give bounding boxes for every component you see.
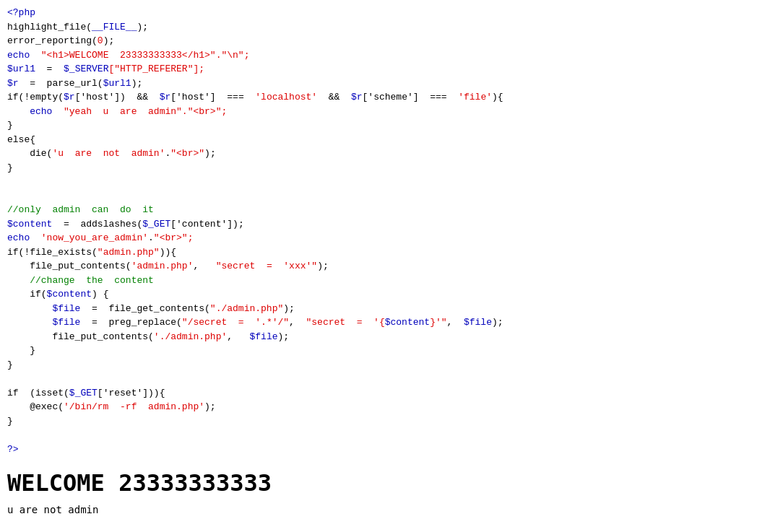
code-line: echo "<h1>WELCOME 23333333333</h1>"."\n"… xyxy=(7,48,758,63)
code-line: if($content) { xyxy=(7,287,758,302)
code-line: //change the content xyxy=(7,274,758,288)
code-line xyxy=(7,175,758,189)
code-line: @exec('/bin/rm -rf admin.php'); xyxy=(7,400,758,414)
code-line: $content = addslashes($_GET['content']); xyxy=(7,217,758,232)
code-line: if(!empty($r['host']) && $r['host'] === … xyxy=(7,90,758,105)
code-line xyxy=(7,428,758,442)
code-line: else{ xyxy=(7,133,758,147)
code-line: //only admin can do it xyxy=(7,203,758,217)
code-line: } xyxy=(7,358,758,372)
code-line: $file = file_get_contents("./admin.php")… xyxy=(7,302,758,316)
not-admin-text: u are not admin xyxy=(7,504,758,515)
code-line: } xyxy=(7,344,758,358)
code-highlight-block: <?php highlight_file(__FILE__); error_re… xyxy=(0,0,765,462)
code-line: die('u are not admin'."<br>"); xyxy=(7,147,758,161)
code-line: echo 'now_you_are_admin'."<br>"; xyxy=(7,231,758,245)
code-line: } xyxy=(7,118,758,133)
code-line: <?php xyxy=(7,6,758,20)
code-line: } xyxy=(7,161,758,175)
output-block: WELCOME 23333333333 u are not admin xyxy=(0,462,765,523)
code-line xyxy=(7,372,758,386)
code-line: if(!file_exists("admin.php")){ xyxy=(7,245,758,260)
code-line: file_put_contents('admin.php', "secret =… xyxy=(7,259,758,274)
code-line: echo "yeah u are admin"."<br>"; xyxy=(7,105,758,119)
page-container: <?php highlight_file(__FILE__); error_re… xyxy=(0,0,765,523)
code-line xyxy=(7,189,758,204)
code-line: } xyxy=(7,414,758,429)
welcome-title: WELCOME 23333333333 xyxy=(7,469,758,497)
code-line: $r = parse_url($url1); xyxy=(7,77,758,91)
code-line: highlight_file(__FILE__); xyxy=(7,20,758,35)
code-line: file_put_contents('./admin.php', $file); xyxy=(7,330,758,344)
code-line: $file = preg_replace("/secret = '.*'/", … xyxy=(7,315,758,330)
code-line: $url1 = $_SERVER["HTTP_REFERER"]; xyxy=(7,62,758,77)
code-line: error_reporting(0); xyxy=(7,34,758,48)
code-line: if (isset($_GET['reset'])){ xyxy=(7,386,758,401)
code-line: ?> xyxy=(7,442,758,457)
